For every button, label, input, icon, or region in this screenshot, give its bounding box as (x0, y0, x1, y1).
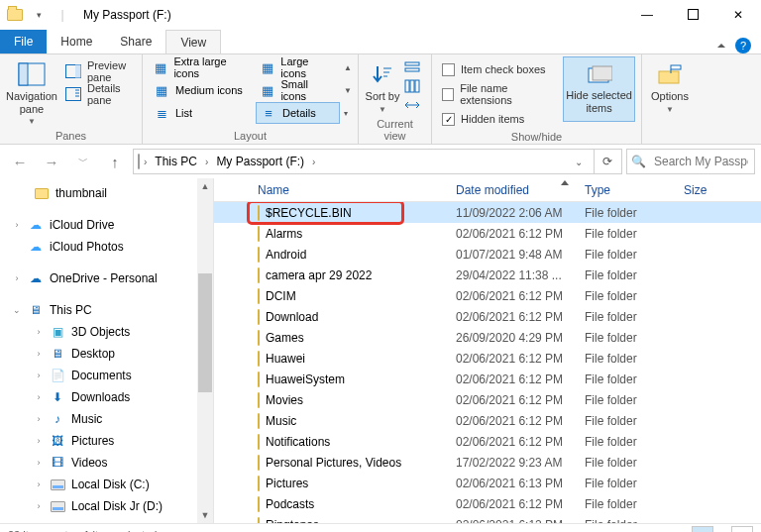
nav-this-pc[interactable]: ⌄🖥This PC (0, 299, 213, 321)
expand-icon[interactable]: › (34, 479, 44, 489)
item-check-boxes-toggle[interactable]: Item check boxes (438, 58, 559, 80)
forward-button[interactable]: → (38, 148, 65, 175)
preview-pane-button[interactable]: Preview pane (61, 60, 136, 82)
home-tab[interactable]: Home (47, 30, 106, 53)
details-view-button[interactable]: ≡ (692, 526, 713, 532)
file-row[interactable]: Alarms02/06/2021 6:12 PMFile folder (214, 223, 761, 244)
share-tab[interactable]: Share (106, 30, 165, 53)
layout-large[interactable]: ▦Large icons (256, 56, 340, 78)
recent-locations-button[interactable]: ﹀ (69, 148, 97, 175)
chevron-right-icon[interactable]: › (205, 157, 208, 167)
file-tab[interactable]: File (0, 30, 47, 53)
breadcrumb-this-pc[interactable]: This PC (151, 155, 201, 168)
scroll-thumb[interactable] (198, 273, 212, 392)
sort-by-button[interactable]: Sort by ▼ (365, 56, 400, 114)
layout-small[interactable]: ▦Small icons (256, 79, 340, 101)
file-row[interactable]: Personal Pictures, Videos17/02/2022 9:23… (214, 452, 761, 473)
col-date[interactable]: Date modified (450, 178, 579, 201)
minimize-button[interactable]: — (624, 0, 670, 30)
nav-disk-e[interactable]: ›Local Disk III (E:) (0, 517, 213, 523)
help-icon[interactable]: ? (735, 38, 751, 53)
hide-selected-items-button[interactable]: Hide selected items (563, 56, 635, 122)
expand-icon[interactable]: › (12, 220, 22, 230)
expand-icon[interactable]: › (34, 371, 44, 380)
layout-details[interactable]: ≡Details (256, 102, 340, 124)
maximize-button[interactable] (670, 0, 715, 30)
collapse-ribbon-icon[interactable] (717, 44, 725, 48)
expand-icon[interactable]: › (12, 273, 22, 283)
layout-scroll-up-icon[interactable]: ▲ (344, 56, 352, 78)
scroll-down-icon[interactable]: ▼ (197, 507, 213, 523)
file-row[interactable]: Games26/09/2020 4:29 PMFile folder (214, 327, 761, 348)
layout-scroll-down-icon[interactable]: ▼ (344, 79, 352, 101)
nav-music[interactable]: ›♪Music (0, 408, 213, 430)
file-row[interactable]: HuaweiSystem02/06/2021 6:12 PMFile folde… (214, 369, 761, 389)
drive-icon (138, 155, 140, 168)
nav-scrollbar[interactable]: ▲ ▼ (197, 178, 213, 523)
file-row[interactable]: Notifications02/06/2021 6:12 PMFile fold… (214, 431, 761, 452)
nav-desktop[interactable]: ›🖥Desktop (0, 343, 213, 365)
address-dropdown-icon[interactable]: ⌄ (568, 157, 590, 167)
chevron-right-icon[interactable]: › (144, 157, 147, 167)
options-button[interactable]: Options ▼ (648, 56, 692, 114)
close-button[interactable]: ✕ (715, 0, 761, 30)
col-size[interactable]: Size (678, 178, 747, 201)
group-by-icon[interactable] (404, 60, 420, 74)
file-row[interactable]: camera apr 29 202229/04/2022 11:38 ...Fi… (214, 265, 761, 285)
file-row[interactable]: Music02/06/2021 6:12 PMFile folder (214, 410, 761, 431)
search-input[interactable] (652, 154, 750, 169)
nav-documents[interactable]: ›📄Documents (0, 365, 213, 386)
qat-overflow-icon[interactable]: ▾ (28, 4, 50, 26)
layout-list[interactable]: ≣List (149, 102, 256, 124)
file-name-extensions-toggle[interactable]: File name extensions (438, 83, 559, 105)
expand-icon[interactable]: › (34, 349, 44, 359)
expand-icon[interactable]: › (34, 414, 44, 424)
refresh-button[interactable]: ⟳ (594, 150, 619, 173)
expand-icon[interactable]: › (34, 392, 44, 402)
nav-icloud-photos[interactable]: ☁iCloud Photos (0, 236, 213, 258)
file-row[interactable]: Huawei02/06/2021 6:12 PMFile folder (214, 348, 761, 369)
col-type[interactable]: Type (579, 178, 678, 201)
nav-onedrive[interactable]: ›☁OneDrive - Personal (0, 267, 213, 289)
chevron-right-icon[interactable]: › (312, 157, 315, 167)
address-bar[interactable]: › This PC › My Passport (F:) › ⌄ ⟳ (133, 149, 622, 174)
layout-more-icon[interactable]: ▾ (344, 102, 352, 124)
search-box[interactable]: 🔍 (626, 149, 755, 174)
hidden-items-toggle[interactable]: ✓Hidden items (438, 108, 559, 130)
up-button[interactable]: ↑ (101, 148, 129, 175)
size-columns-icon[interactable] (404, 98, 420, 112)
nav-pictures[interactable]: ›🖼Pictures (0, 430, 213, 452)
expand-icon[interactable]: › (34, 501, 44, 511)
nav-disk-c[interactable]: ›Local Disk (C:) (0, 474, 213, 495)
file-row[interactable]: Podcasts02/06/2021 6:12 PMFile folder (214, 493, 761, 514)
thumbnails-view-button[interactable]: ▦ (731, 526, 753, 532)
navigation-pane-button[interactable]: Navigation pane ▼ (6, 56, 57, 126)
layout-extra-large[interactable]: ▦Extra large icons (149, 56, 256, 78)
file-row[interactable]: DCIM02/06/2021 6:12 PMFile folder (214, 285, 761, 306)
col-name[interactable]: Name (252, 178, 450, 201)
file-row[interactable]: Movies02/06/2021 6:12 PMFile folder (214, 389, 761, 410)
nav-disk-d[interactable]: ›Local Disk Jr (D:) (0, 495, 213, 517)
scroll-up-icon[interactable]: ▲ (197, 178, 213, 194)
file-row[interactable]: Download02/06/2021 6:12 PMFile folder (214, 306, 761, 327)
layout-medium[interactable]: ▦Medium icons (149, 79, 256, 101)
nav-downloads[interactable]: ›⬇Downloads (0, 386, 213, 408)
file-date: 02/06/2021 6:12 PM (450, 414, 579, 428)
details-pane-button[interactable]: Details pane (61, 83, 136, 105)
nav-videos[interactable]: ›🎞Videos (0, 452, 213, 474)
back-button[interactable]: ← (6, 148, 34, 175)
file-row[interactable]: Android01/07/2021 9:48 AMFile folder (214, 244, 761, 265)
breadcrumb-drive[interactable]: My Passport (F:) (212, 155, 308, 168)
nav-thumbnail[interactable]: thumbnail (0, 182, 213, 204)
nav-3d-objects[interactable]: ›▣3D Objects (0, 321, 213, 343)
file-row[interactable]: $RECYCLE.BIN11/09/2022 2:06 AMFile folde… (214, 202, 761, 223)
file-row[interactable]: Ringtones02/06/2021 6:12 PMFile folder (214, 514, 761, 523)
file-row[interactable]: Pictures02/06/2021 6:13 PMFile folder (214, 473, 761, 493)
add-columns-icon[interactable] (404, 79, 420, 93)
expand-icon[interactable]: › (34, 327, 44, 337)
view-tab[interactable]: View (165, 30, 221, 53)
expand-icon[interactable]: › (34, 436, 44, 446)
expand-icon[interactable]: › (34, 458, 44, 468)
collapse-icon[interactable]: ⌄ (12, 305, 22, 315)
nav-icloud-drive[interactable]: ›☁iCloud Drive (0, 214, 213, 236)
